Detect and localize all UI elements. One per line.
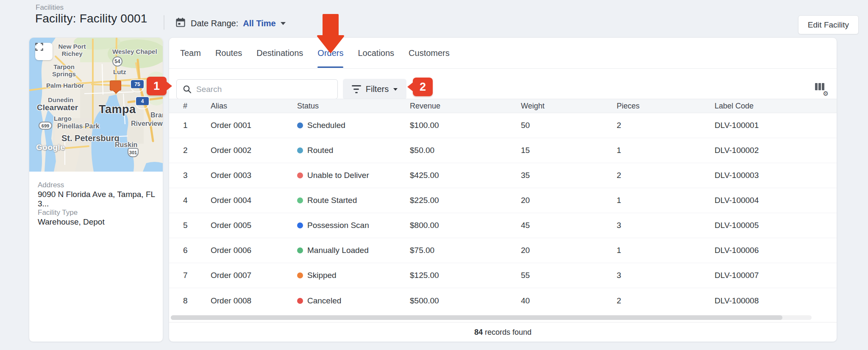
cell-number: 1 <box>183 121 188 130</box>
status-text: Manually Loaded <box>307 246 369 255</box>
col-status: Status <box>297 102 319 111</box>
table-row[interactable]: 6 Order 0006 Manually Loaded $75.00 20 1… <box>169 238 837 263</box>
horizontal-scrollbar-track[interactable] <box>171 315 812 320</box>
cell-status: Route Started <box>297 196 357 205</box>
interstate-4-shield-icon: 4 <box>136 97 149 108</box>
facility-type-value: Warehouse, Depot <box>38 217 105 227</box>
map-label-lutz: Lutz <box>113 68 126 75</box>
cell-alias: Order 0007 <box>211 271 251 280</box>
status-dot <box>297 172 303 178</box>
cell-number: 4 <box>183 196 188 205</box>
cell-pieces: 2 <box>617 171 621 180</box>
cell-revenue: $100.00 <box>410 121 439 130</box>
horizontal-scrollbar-thumb[interactable] <box>171 315 782 320</box>
gear-icon: ⚙ <box>823 90 829 97</box>
map-label-tampa: Tampa <box>99 103 136 116</box>
map-label-dunedin: Dunedin <box>48 96 73 103</box>
cell-revenue: $50.00 <box>410 146 434 155</box>
cell-status: Scheduled <box>297 121 345 130</box>
status-dot <box>297 147 303 153</box>
tab-bar: Team Routes Destinations Orders Location… <box>180 38 450 68</box>
cell-label-code: DLV-100002 <box>715 146 759 155</box>
filters-label: Filters <box>366 84 389 94</box>
col-number: # <box>183 102 187 111</box>
status-text: Unable to Deliver <box>307 171 369 180</box>
route-699-shield-icon: 699 <box>39 122 52 130</box>
edit-facility-button[interactable]: Edit Facility <box>798 15 859 34</box>
cell-number: 8 <box>183 296 188 306</box>
map-label-wesley-chapel: Wesley Chapel <box>112 48 157 55</box>
search-input[interactable] <box>177 80 337 99</box>
cell-status: Routed <box>297 146 333 155</box>
records-text: records found <box>485 328 531 337</box>
facility-map[interactable]: New Port Richey Wesley Chapel Tarpon Spr… <box>29 38 163 172</box>
cell-pieces: 2 <box>617 121 621 130</box>
map-label-palm-harbor: Palm Harbor <box>46 82 84 89</box>
tab-locations[interactable]: Locations <box>358 38 394 68</box>
status-text: Skipped <box>307 271 337 280</box>
map-label-pinellas-park: Pinellas Park <box>57 122 100 130</box>
annotation-badge-1: 1 <box>147 77 167 95</box>
cell-status: Canceled <box>297 296 341 306</box>
cell-label-code: DLV-100004 <box>715 196 759 205</box>
page-title: Facility: Facility 0001 <box>35 12 147 25</box>
status-dot <box>297 298 303 304</box>
status-dot <box>297 272 303 278</box>
table-body: 1 Order 0001 Scheduled $100.00 50 2 DLV-… <box>169 113 837 313</box>
table-row[interactable]: 3 Order 0003 Unable to Deliver $425.00 3… <box>169 163 837 188</box>
status-dot <box>297 122 303 128</box>
chevron-down-icon <box>393 88 398 91</box>
table-row[interactable]: 5 Order 0005 Possession Scan $800.00 45 … <box>169 213 837 238</box>
tab-customers[interactable]: Customers <box>409 38 450 68</box>
fullscreen-icon <box>35 43 43 51</box>
column-settings-button[interactable]: ⚙ <box>815 83 829 96</box>
table-header: # Alias Status Revenue Weight Pieces Lab… <box>169 99 837 113</box>
interstate-75-shield-icon: 75 <box>131 80 144 92</box>
tab-destinations[interactable]: Destinations <box>256 38 303 68</box>
col-revenue: Revenue <box>410 102 440 111</box>
cell-status: Possession Scan <box>297 221 369 230</box>
table-row[interactable]: 2 Order 0002 Routed $50.00 15 1 DLV-1000… <box>169 138 837 163</box>
cell-weight: 50 <box>521 121 530 130</box>
map-label-brandon: Brando <box>150 111 163 119</box>
cell-alias: Order 0005 <box>211 221 251 230</box>
filters-button[interactable]: Filters <box>343 79 406 100</box>
cell-label-code: DLV-100001 <box>715 121 759 130</box>
date-range-picker[interactable]: Date Range: All Time <box>175 17 286 30</box>
tab-team[interactable]: Team <box>180 38 201 68</box>
cell-number: 5 <box>183 221 188 230</box>
fullscreen-button[interactable] <box>35 43 53 60</box>
cell-pieces: 1 <box>617 246 621 255</box>
cell-label-code: DLV-100003 <box>715 171 759 180</box>
tab-bar-divider <box>169 68 837 69</box>
cell-revenue: $500.00 <box>410 296 439 306</box>
cell-weight: 20 <box>521 246 530 255</box>
cell-weight: 35 <box>521 171 530 180</box>
route-301-shield-icon: 301 <box>128 148 139 157</box>
cell-pieces: 1 <box>617 196 621 205</box>
cell-alias: Order 0008 <box>211 296 251 306</box>
cell-weight: 40 <box>521 296 530 306</box>
facility-marker-icon[interactable] <box>110 81 121 91</box>
table-row[interactable]: 1 Order 0001 Scheduled $100.00 50 2 DLV-… <box>169 113 837 138</box>
cell-number: 6 <box>183 246 188 255</box>
tab-orders[interactable]: Orders <box>317 38 343 68</box>
date-range-label: Date Range: <box>191 19 238 28</box>
cell-alias: Order 0001 <box>211 121 251 130</box>
tab-routes[interactable]: Routes <box>215 38 242 68</box>
cell-alias: Order 0004 <box>211 196 251 205</box>
cell-status: Manually Loaded <box>297 246 369 255</box>
status-text: Possession Scan <box>307 221 369 230</box>
cell-revenue: $75.00 <box>410 246 434 255</box>
date-range-value: All Time <box>243 19 275 28</box>
cell-label-code: DLV-100007 <box>715 271 759 280</box>
status-dot <box>297 247 303 253</box>
table-row[interactable]: 8 Order 0008 Canceled $500.00 40 2 DLV-1… <box>169 288 837 313</box>
status-text: Canceled <box>307 296 341 305</box>
table-row[interactable]: 7 Order 0007 Skipped $125.00 55 3 DLV-10… <box>169 263 837 288</box>
cell-status: Unable to Deliver <box>297 171 369 180</box>
map-label-riverview: Riverview <box>131 120 163 128</box>
cell-revenue: $125.00 <box>410 271 439 280</box>
breadcrumb[interactable]: Facilities <box>36 3 64 12</box>
table-row[interactable]: 4 Order 0004 Route Started $225.00 20 1 … <box>169 188 837 213</box>
